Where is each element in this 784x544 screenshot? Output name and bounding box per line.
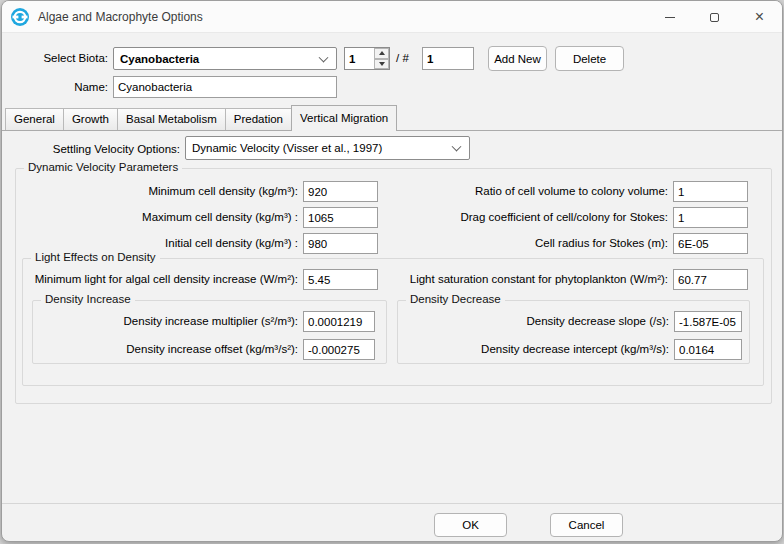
tab-predation[interactable]: Predation [225,108,292,130]
min-light-input[interactable] [303,269,378,290]
title-bar: Algae and Macrophyte Options × [2,1,782,33]
add-new-button[interactable]: Add New [488,46,547,71]
min-light-label: Minimum light for algal cell density inc… [28,269,298,290]
app-icon [11,8,29,26]
max-cell-density-input[interactable] [303,207,378,228]
group-density-decrease-title: Density Decrease [406,293,505,305]
of-count-label: / # [396,47,418,68]
light-saturation-input[interactable] [673,269,748,290]
settling-velocity-label: Settling Velocity Options: [22,137,180,158]
maximize-icon [710,13,719,22]
close-button[interactable]: × [737,1,782,33]
min-cell-density-input[interactable] [303,181,378,202]
settling-velocity-value: Dynamic Velocity (Visser et al., 1997) [192,137,382,159]
biota-index-spinner[interactable]: 1 [344,47,390,70]
ratio-cell-volume-label: Ratio of cell volume to colony volume: [402,181,668,202]
drag-coefficient-label: Drag coefficient of cell/colony for Stok… [402,207,668,228]
close-icon: × [755,9,764,25]
window-title: Algae and Macrophyte Options [38,1,203,33]
ratio-cell-volume-input[interactable] [673,181,748,202]
maximize-button[interactable] [692,1,737,33]
biota-count-input[interactable] [422,47,474,70]
name-label: Name: [20,76,108,97]
initial-cell-density-input[interactable] [303,233,378,254]
window-controls: × [647,1,782,33]
name-input[interactable] [113,76,337,98]
density-increase-multiplier-label: Density increase multiplier (s²/m³): [42,311,298,332]
density-decrease-intercept-label: Density decrease intercept (kg/m³/s): [412,339,669,360]
group-density-increase-title: Density Increase [41,293,135,305]
ok-button[interactable]: OK [434,513,507,537]
min-cell-density-label: Minimum cell density (kg/m³): [42,181,298,202]
tab-general[interactable]: General [5,108,64,130]
drag-coefficient-input[interactable] [673,207,748,228]
spinner-up-button[interactable] [374,48,389,59]
spinner-down-icon [379,62,385,66]
delete-button[interactable]: Delete [555,46,624,71]
tab-growth[interactable]: Growth [63,108,118,130]
spinner-down-button[interactable] [374,59,389,70]
light-saturation-label: Light saturation constant for phytoplank… [402,269,668,290]
cell-radius-label: Cell radius for Stokes (m): [402,233,668,254]
spinner-up-icon [379,51,385,55]
settling-velocity-combobox[interactable]: Dynamic Velocity (Visser et al., 1997) [185,136,470,160]
density-increase-offset-input[interactable] [303,339,375,360]
density-increase-multiplier-input[interactable] [303,311,375,332]
density-increase-offset-label: Density increase offset (kg/m³/s²): [42,339,298,360]
minimize-icon [665,17,675,18]
dialog-window: Algae and Macrophyte Options × Select Bi… [1,0,783,542]
tab-basal-metabolism[interactable]: Basal Metabolism [117,108,226,130]
tab-vertical-migration[interactable]: Vertical Migration [291,105,397,131]
density-decrease-slope-input[interactable] [674,311,742,332]
cancel-button[interactable]: Cancel [550,513,623,537]
select-biota-label: Select Biota: [20,47,108,68]
initial-cell-density-label: Initial cell density (kg/m³) : [42,233,298,254]
tab-strip: General Growth Basal Metabolism Predatio… [5,105,396,131]
chevron-down-icon [452,142,462,152]
minimize-button[interactable] [647,1,692,33]
biota-index-value: 1 [349,48,355,69]
density-decrease-slope-label: Density decrease slope (/s): [412,311,669,332]
cell-radius-input[interactable] [673,233,748,254]
biota-combobox[interactable]: Cyanobacteria [113,47,337,70]
density-decrease-intercept-input[interactable] [674,339,742,360]
chevron-down-icon [319,52,329,62]
biota-combobox-value: Cyanobacteria [120,48,199,69]
max-cell-density-label: Maximum cell density (kg/m³) : [42,207,298,228]
group-dynamic-velocity-title: Dynamic Velocity Parameters [24,161,182,173]
